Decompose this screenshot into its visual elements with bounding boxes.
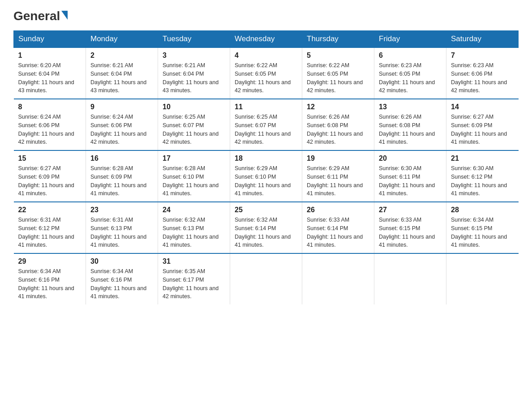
col-header-sunday: Sunday — [14, 31, 86, 48]
day-info: Sunrise: 6:35 AMSunset: 6:17 PMDaylight:… — [163, 268, 219, 300]
logo-general-text: General — [13, 9, 60, 23]
day-number: 21 — [451, 154, 514, 163]
calendar-week-4: 22 Sunrise: 6:31 AMSunset: 6:12 PMDaylig… — [14, 202, 519, 253]
day-number: 15 — [18, 154, 82, 163]
logo-arrow-icon — [61, 11, 68, 20]
calendar-cell: 7 Sunrise: 6:23 AMSunset: 6:06 PMDayligh… — [446, 47, 519, 99]
day-info: Sunrise: 6:31 AMSunset: 6:12 PMDaylight:… — [18, 217, 74, 248]
day-info: Sunrise: 6:27 AMSunset: 6:09 PMDaylight:… — [18, 165, 74, 197]
day-number: 30 — [90, 257, 153, 265]
calendar-cell: 12 Sunrise: 6:26 AMSunset: 6:08 PMDaylig… — [302, 99, 374, 150]
calendar-body: 1 Sunrise: 6:20 AMSunset: 6:04 PMDayligh… — [14, 47, 519, 304]
col-header-monday: Monday — [86, 31, 158, 48]
calendar-cell: 11 Sunrise: 6:25 AMSunset: 6:07 PMDaylig… — [230, 99, 302, 150]
calendar-cell: 20 Sunrise: 6:30 AMSunset: 6:11 PMDaylig… — [374, 150, 446, 202]
calendar-cell: 5 Sunrise: 6:22 AMSunset: 6:05 PMDayligh… — [302, 47, 374, 99]
day-info: Sunrise: 6:20 AMSunset: 6:04 PMDaylight:… — [18, 62, 74, 94]
day-number: 10 — [163, 103, 225, 111]
day-number: 4 — [235, 51, 297, 60]
calendar-cell: 22 Sunrise: 6:31 AMSunset: 6:12 PMDaylig… — [14, 202, 86, 253]
calendar-cell: 3 Sunrise: 6:21 AMSunset: 6:04 PMDayligh… — [158, 47, 230, 99]
calendar-week-5: 29 Sunrise: 6:34 AMSunset: 6:16 PMDaylig… — [14, 253, 519, 304]
calendar-week-1: 1 Sunrise: 6:20 AMSunset: 6:04 PMDayligh… — [14, 47, 519, 99]
day-info: Sunrise: 6:28 AMSunset: 6:10 PMDaylight:… — [163, 165, 219, 197]
calendar-cell: 30 Sunrise: 6:34 AMSunset: 6:16 PMDaylig… — [86, 253, 158, 304]
col-header-saturday: Saturday — [446, 31, 519, 48]
day-info: Sunrise: 6:33 AMSunset: 6:15 PMDaylight:… — [379, 217, 435, 248]
day-info: Sunrise: 6:33 AMSunset: 6:14 PMDaylight:… — [307, 217, 363, 248]
calendar-cell: 14 Sunrise: 6:27 AMSunset: 6:09 PMDaylig… — [446, 99, 519, 150]
day-info: Sunrise: 6:23 AMSunset: 6:05 PMDaylight:… — [379, 62, 435, 94]
day-info: Sunrise: 6:29 AMSunset: 6:10 PMDaylight:… — [235, 165, 291, 197]
calendar-cell: 15 Sunrise: 6:27 AMSunset: 6:09 PMDaylig… — [14, 150, 86, 202]
day-number: 24 — [163, 206, 225, 214]
day-info: Sunrise: 6:25 AMSunset: 6:07 PMDaylight:… — [163, 114, 219, 145]
calendar-cell: 27 Sunrise: 6:33 AMSunset: 6:15 PMDaylig… — [374, 202, 446, 253]
day-number: 26 — [307, 206, 369, 214]
day-info: Sunrise: 6:24 AMSunset: 6:06 PMDaylight:… — [90, 114, 146, 145]
col-header-wednesday: Wednesday — [230, 31, 302, 48]
day-info: Sunrise: 6:30 AMSunset: 6:12 PMDaylight:… — [451, 165, 507, 197]
day-number: 19 — [307, 154, 369, 163]
calendar-cell: 19 Sunrise: 6:29 AMSunset: 6:11 PMDaylig… — [302, 150, 374, 202]
day-info: Sunrise: 6:32 AMSunset: 6:14 PMDaylight:… — [235, 217, 291, 248]
day-number: 22 — [18, 206, 82, 214]
calendar-week-3: 15 Sunrise: 6:27 AMSunset: 6:09 PMDaylig… — [14, 150, 519, 202]
day-number: 23 — [90, 206, 153, 214]
calendar-cell: 9 Sunrise: 6:24 AMSunset: 6:06 PMDayligh… — [86, 99, 158, 150]
day-info: Sunrise: 6:21 AMSunset: 6:04 PMDaylight:… — [163, 62, 219, 94]
day-info: Sunrise: 6:25 AMSunset: 6:07 PMDaylight:… — [235, 114, 291, 145]
day-number: 27 — [379, 206, 442, 214]
day-number: 8 — [18, 103, 82, 111]
calendar-table: SundayMondayTuesdayWednesdayThursdayFrid… — [13, 30, 519, 304]
day-number: 17 — [163, 154, 225, 163]
calendar-cell: 26 Sunrise: 6:33 AMSunset: 6:14 PMDaylig… — [302, 202, 374, 253]
day-number: 6 — [379, 51, 442, 60]
day-number: 2 — [90, 51, 153, 60]
calendar-cell: 8 Sunrise: 6:24 AMSunset: 6:06 PMDayligh… — [14, 99, 86, 150]
day-number: 28 — [451, 206, 514, 214]
page-header: General — [13, 9, 519, 21]
calendar-cell: 23 Sunrise: 6:31 AMSunset: 6:13 PMDaylig… — [86, 202, 158, 253]
day-info: Sunrise: 6:31 AMSunset: 6:13 PMDaylight:… — [90, 217, 146, 248]
day-info: Sunrise: 6:24 AMSunset: 6:06 PMDaylight:… — [18, 114, 74, 145]
calendar-cell: 21 Sunrise: 6:30 AMSunset: 6:12 PMDaylig… — [446, 150, 519, 202]
day-number: 1 — [18, 51, 82, 60]
calendar-cell: 17 Sunrise: 6:28 AMSunset: 6:10 PMDaylig… — [158, 150, 230, 202]
calendar-cell: 2 Sunrise: 6:21 AMSunset: 6:04 PMDayligh… — [86, 47, 158, 99]
calendar-cell — [446, 253, 519, 304]
calendar-header: SundayMondayTuesdayWednesdayThursdayFrid… — [14, 31, 519, 48]
day-info: Sunrise: 6:29 AMSunset: 6:11 PMDaylight:… — [307, 165, 363, 197]
logo: General — [13, 9, 68, 21]
day-number: 7 — [451, 51, 514, 60]
calendar-cell: 29 Sunrise: 6:34 AMSunset: 6:16 PMDaylig… — [14, 253, 86, 304]
day-info: Sunrise: 6:22 AMSunset: 6:05 PMDaylight:… — [307, 62, 363, 94]
calendar-cell — [302, 253, 374, 304]
calendar-cell: 16 Sunrise: 6:28 AMSunset: 6:09 PMDaylig… — [86, 150, 158, 202]
calendar-cell: 4 Sunrise: 6:22 AMSunset: 6:05 PMDayligh… — [230, 47, 302, 99]
day-info: Sunrise: 6:23 AMSunset: 6:06 PMDaylight:… — [451, 62, 507, 94]
calendar-cell: 28 Sunrise: 6:34 AMSunset: 6:15 PMDaylig… — [446, 202, 519, 253]
day-info: Sunrise: 6:26 AMSunset: 6:08 PMDaylight:… — [379, 114, 435, 145]
day-number: 5 — [307, 51, 369, 60]
day-info: Sunrise: 6:32 AMSunset: 6:13 PMDaylight:… — [163, 217, 219, 248]
day-number: 13 — [379, 103, 442, 111]
col-header-friday: Friday — [374, 31, 446, 48]
calendar-cell: 6 Sunrise: 6:23 AMSunset: 6:05 PMDayligh… — [374, 47, 446, 99]
day-info: Sunrise: 6:26 AMSunset: 6:08 PMDaylight:… — [307, 114, 363, 145]
day-info: Sunrise: 6:21 AMSunset: 6:04 PMDaylight:… — [90, 62, 146, 94]
calendar-cell: 13 Sunrise: 6:26 AMSunset: 6:08 PMDaylig… — [374, 99, 446, 150]
day-info: Sunrise: 6:34 AMSunset: 6:15 PMDaylight:… — [451, 217, 507, 248]
col-header-thursday: Thursday — [302, 31, 374, 48]
day-number: 20 — [379, 154, 442, 163]
calendar-cell: 24 Sunrise: 6:32 AMSunset: 6:13 PMDaylig… — [158, 202, 230, 253]
day-number: 11 — [235, 103, 297, 111]
day-number: 29 — [18, 257, 82, 265]
calendar-cell: 10 Sunrise: 6:25 AMSunset: 6:07 PMDaylig… — [158, 99, 230, 150]
day-number: 12 — [307, 103, 369, 111]
day-info: Sunrise: 6:22 AMSunset: 6:05 PMDaylight:… — [235, 62, 291, 94]
day-info: Sunrise: 6:34 AMSunset: 6:16 PMDaylight:… — [18, 268, 74, 300]
day-number: 25 — [235, 206, 297, 214]
day-number: 16 — [90, 154, 153, 163]
calendar-cell: 31 Sunrise: 6:35 AMSunset: 6:17 PMDaylig… — [158, 253, 230, 304]
